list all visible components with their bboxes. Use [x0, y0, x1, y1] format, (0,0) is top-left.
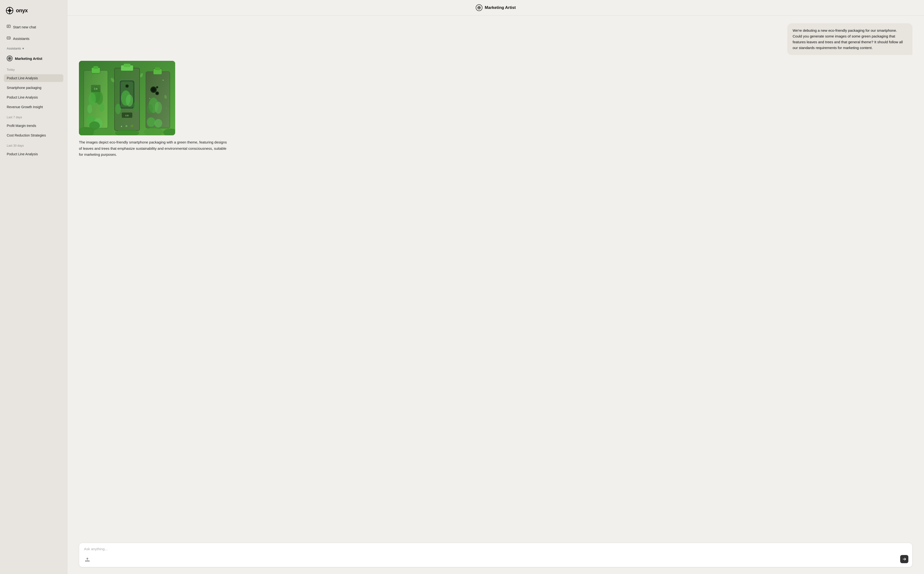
svg-text:E♻: E♻ [94, 87, 98, 90]
svg-text:🌿: 🌿 [130, 125, 134, 128]
history-item[interactable]: Revenue Growth Insight [4, 103, 63, 111]
ai-message: E♻ [79, 61, 228, 158]
svg-point-54 [133, 101, 139, 112]
assistants-label: Assistants [13, 36, 29, 41]
history-item[interactable]: Poduct Line Analysis [4, 74, 63, 82]
eco-packaging-svg: E♻ [79, 61, 175, 135]
chat-input[interactable] [84, 547, 899, 554]
input-area [67, 538, 924, 574]
svg-point-1 [8, 9, 11, 12]
active-assistant-icon [7, 55, 13, 61]
header-title: Marketing Artist [485, 5, 516, 10]
logo-row: onyx [4, 6, 63, 16]
svg-point-61 [156, 92, 158, 95]
svg-text:✦: ✦ [162, 79, 165, 82]
svg-point-47 [126, 95, 133, 106]
ai-response-text: The images depict eco-friendly smartphon… [79, 139, 228, 158]
active-assistant-name: Marketing Artist [15, 57, 42, 61]
svg-point-20 [478, 7, 479, 8]
svg-rect-28 [93, 66, 98, 69]
svg-point-31 [96, 91, 103, 105]
svg-point-45 [126, 85, 128, 87]
assistants-icon [7, 36, 11, 41]
chevron-down-icon: ▾ [22, 47, 24, 50]
svg-point-65 [147, 104, 153, 114]
user-message-text: We're debuting a new eco-friendly packag… [793, 28, 903, 50]
sidebar: onyx Start new chat Assistants Assistant… [0, 0, 67, 574]
history-item[interactable]: Poduct Line Analysis [4, 150, 63, 158]
logo-icon [6, 7, 13, 14]
svg-text:+: + [166, 107, 167, 109]
month-label: Last 30 days [4, 141, 63, 148]
svg-point-66 [147, 117, 155, 127]
new-chat-label: Start new chat [13, 25, 36, 29]
today-label: Today [4, 65, 63, 73]
svg-point-14 [9, 58, 10, 59]
main-panel: Marketing Artist We're debuting a new ec… [67, 0, 924, 574]
header: Marketing Artist [67, 0, 924, 16]
svg-rect-79 [85, 561, 89, 561]
svg-point-62 [156, 86, 158, 88]
upload-icon [85, 557, 90, 562]
svg-text:▲: ▲ [120, 125, 123, 128]
svg-text:♻: ♻ [125, 125, 128, 128]
user-message: We're debuting a new eco-friendly packag… [787, 23, 913, 55]
svg-point-30 [89, 93, 96, 106]
svg-text:✦: ✦ [149, 97, 150, 100]
header-title-row: Marketing Artist [476, 4, 516, 11]
svg-point-53 [115, 104, 121, 114]
history-item[interactable]: Smartphone packaging [4, 84, 63, 91]
svg-rect-6 [7, 25, 10, 28]
active-assistant-item[interactable]: Marketing Artist [4, 54, 63, 63]
svg-rect-41 [124, 64, 130, 67]
upload-button[interactable] [84, 557, 91, 563]
ai-generated-image: E♻ [79, 61, 175, 135]
send-button[interactable] [900, 555, 908, 563]
new-chat-button[interactable]: Start new chat [4, 22, 63, 32]
logo-text: onyx [16, 8, 28, 14]
history-item[interactable]: Profit Margin trends [4, 122, 63, 129]
send-icon [902, 557, 906, 561]
svg-rect-57 [155, 67, 160, 70]
svg-text:E♻: E♻ [125, 114, 129, 117]
assistants-section-header[interactable]: Assistants ▾ [4, 45, 63, 52]
new-chat-icon [7, 25, 11, 29]
svg-point-32 [87, 104, 92, 113]
input-box [79, 543, 913, 567]
input-bottom-row [84, 557, 899, 563]
svg-rect-9 [7, 37, 10, 39]
svg-point-10 [8, 38, 8, 38]
assistants-nav-button[interactable]: Assistants [4, 34, 63, 43]
svg-point-59 [151, 87, 156, 92]
header-assistant-icon [476, 4, 483, 11]
svg-point-67 [155, 119, 162, 128]
week-label: Last 7 days [4, 113, 63, 120]
history-item[interactable]: Poduct Line Analysis [4, 93, 63, 101]
history-item[interactable]: Cost Reduction Strategies [4, 131, 63, 139]
svg-point-33 [100, 103, 104, 112]
svg-point-64 [155, 102, 162, 114]
assistants-section-label: Assistants [7, 47, 21, 50]
chat-area: We're debuting a new eco-friendly packag… [67, 16, 924, 538]
